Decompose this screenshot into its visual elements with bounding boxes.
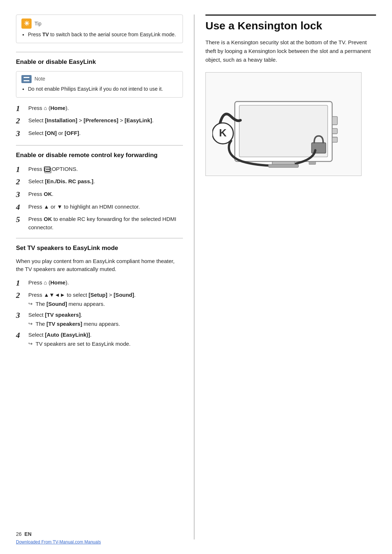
section-easylink-enable: Enable or disable EasyLink Note Do not e… [16, 57, 183, 139]
page-lang: EN [24, 531, 31, 537]
tip-text-press: Press [28, 32, 42, 37]
kensington-illustration: K [205, 72, 362, 176]
step-3-rc: 3 Press OK. [16, 189, 183, 200]
step-num-sp-2: 2 [16, 290, 28, 301]
page-num: 26 [16, 531, 22, 537]
section-rc-forwarding: Enable or disable remote control key for… [16, 151, 183, 231]
step-text-rc-1: Press OPTIONS. [28, 164, 183, 173]
step-text-2: Select [Installation] > [Preferences] > … [28, 116, 183, 125]
section-tv-speakers: Set TV speakers to EasyLink mode When yo… [16, 243, 183, 348]
divider-2 [16, 145, 183, 145]
step-text-1: Press ⌂ (Home). [28, 103, 183, 112]
step-sub-text-sp-4: TV speakers are set to EasyLink mode. [36, 340, 131, 348]
step-num-3: 3 [16, 128, 28, 139]
svg-text:K: K [219, 127, 226, 139]
note-text: Do not enable Philips EasyLink if you do… [28, 86, 163, 92]
tip-box: ✳ Tip Press TV to switch back to the aer… [16, 15, 183, 43]
section-heading-easylink: Enable or disable EasyLink [16, 57, 183, 67]
step-text-rc-4: Press ▲ or ▼ to highlight an HDMI connec… [28, 202, 183, 211]
step-1-rc: 1 Press OPTIONS. [16, 164, 183, 175]
step-4-rc: 4 Press ▲ or ▼ to highlight an HDMI conn… [16, 202, 183, 213]
step-num-sp-1: 1 [16, 278, 28, 288]
right-column: Use a Kensington lock There is a Kensing… [194, 15, 376, 539]
svg-rect-10 [311, 143, 326, 153]
step-1-speakers: 1 Press ⌂ (Home). [16, 278, 183, 288]
svg-rect-16 [269, 164, 299, 167]
steps-speakers: 1 Press ⌂ (Home). 2 Press ▲▼◄► to select… [16, 278, 183, 348]
step-2-rc: 2 Select [En./Dis. RC pass.]. [16, 177, 183, 187]
step-text-rc-2: Select [En./Dis. RC pass.]. [28, 177, 183, 186]
left-column: ✳ Tip Press TV to switch back to the aer… [16, 15, 194, 539]
step-text-rc-3: Press OK. [28, 189, 183, 198]
svg-rect-13 [332, 128, 337, 134]
step-1-easylink: 1 Press ⌂ (Home). [16, 103, 183, 114]
arrow-right-icon-2: ↪ [28, 320, 33, 328]
step-text-sp-1: Press ⌂ (Home). [28, 278, 183, 287]
svg-rect-11 [309, 161, 316, 164]
step-sub-text-sp-2: The [Sound] menu appears. [36, 300, 105, 308]
right-description: There is a Kensington security slot at t… [205, 38, 376, 64]
divider-3 [16, 238, 183, 238]
section-intro-speakers: When you play content from an EasyLink c… [16, 257, 183, 274]
step-num-1: 1 [16, 103, 28, 114]
arrow-right-icon-3: ↪ [28, 340, 33, 348]
step-text-sp-3: Select [TV speakers]. ↪ The [TV speakers… [28, 310, 183, 328]
divider-1 [16, 52, 183, 52]
note-icon [21, 75, 32, 83]
step-5-rc: 5 Press OK to enable RC key forwarding f… [16, 214, 183, 231]
step-num-rc-4: 4 [16, 202, 28, 213]
note-label: Note [34, 75, 45, 83]
svg-rect-1 [24, 77, 29, 78]
tip-text-suffix: to switch back to the aerial source from… [49, 32, 176, 37]
arrow-right-icon: ↪ [28, 300, 33, 308]
steps-easylink: 1 Press ⌂ (Home). 2 Select [Installation… [16, 103, 183, 139]
step-sub-text-sp-3: The [TV speakers] menu appears. [36, 320, 120, 328]
step-num-rc-5: 5 [16, 214, 28, 225]
step-2-speakers: 2 Press ▲▼◄► to select [Setup] > [Sound]… [16, 290, 183, 308]
step-num-rc-3: 3 [16, 189, 28, 200]
step-num-rc-2: 2 [16, 177, 28, 187]
footer-page-number: 26 EN [16, 530, 101, 538]
step-num-2: 2 [16, 116, 28, 126]
step-3-easylink: 3 Select [ON] or [OFF]. [16, 128, 183, 139]
section-heading-rc: Enable or disable remote control key for… [16, 151, 183, 160]
step-num-rc-1: 1 [16, 164, 28, 175]
footer-link[interactable]: Downloaded From TV-Manual.com Manuals [16, 539, 101, 545]
step-num-sp-4: 4 [16, 330, 28, 341]
svg-rect-14 [332, 137, 337, 142]
note-box: Note Do not enable Philips EasyLink if y… [16, 71, 183, 98]
step-sub-sp-3: ↪ The [TV speakers] menu appears. [28, 320, 183, 328]
tip-label: Tip [34, 20, 41, 28]
step-3-speakers: 3 Select [TV speakers]. ↪ The [TV speake… [16, 310, 183, 328]
kensington-svg: K [212, 79, 355, 169]
tip-content: Press TV to switch back to the aerial so… [21, 31, 177, 38]
note-header: Note [21, 75, 177, 83]
step-4-speakers: 4 Select [Auto (EasyLink)]. ↪ TV speaker… [16, 330, 183, 348]
steps-rc: 1 Press OPTIONS. 2 Select [En./Dis. RC p… [16, 164, 183, 231]
svg-rect-0 [21, 75, 32, 83]
step-sub-sp-4: ↪ TV speakers are set to EasyLink mode. [28, 340, 183, 348]
tip-icon: ✳ [21, 19, 32, 29]
right-heading: Use a Kensington lock [205, 15, 376, 32]
note-content: Do not enable Philips EasyLink if you do… [21, 85, 177, 93]
step-sub-sp-2: ↪ The [Sound] menu appears. [28, 300, 183, 308]
step-num-sp-3: 3 [16, 310, 28, 321]
svg-rect-12 [332, 116, 337, 125]
section-heading-speakers: Set TV speakers to EasyLink mode [16, 243, 183, 253]
svg-rect-3 [45, 168, 51, 173]
page-footer: 26 EN Downloaded From TV-Manual.com Manu… [16, 530, 101, 545]
step-text-sp-2: Press ▲▼◄► to select [Setup] > [Sound]. … [28, 290, 183, 308]
step-text-rc-5: Press OK to enable RC key forwarding for… [28, 214, 183, 231]
tip-tv-bold: TV [42, 32, 49, 37]
tip-header: ✳ Tip [21, 19, 177, 29]
step-text-sp-4: Select [Auto (EasyLink)]. ↪ TV speakers … [28, 330, 183, 348]
svg-rect-2 [24, 80, 29, 81]
step-text-3: Select [ON] or [OFF]. [28, 128, 183, 138]
step-2-easylink: 2 Select [Installation] > [Preferences] … [16, 116, 183, 126]
